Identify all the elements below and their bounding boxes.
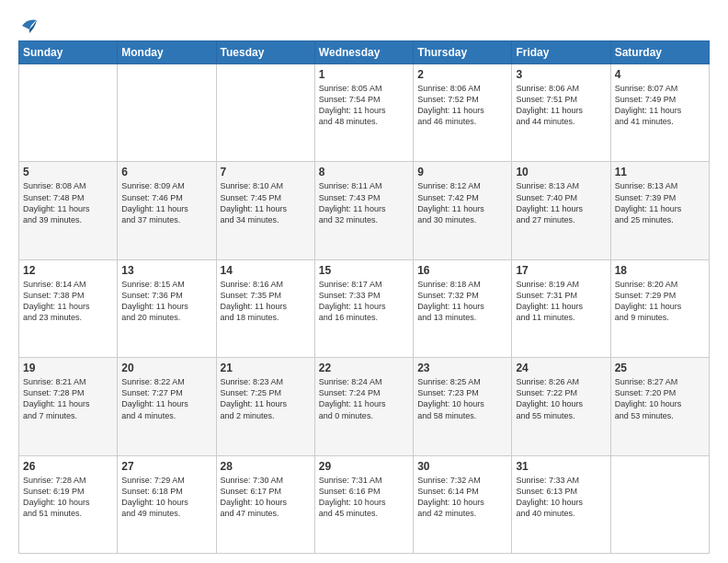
calendar-cell: 20Sunrise: 8:22 AM Sunset: 7:27 PM Dayli… [118,358,216,455]
day-number: 27 [121,460,211,473]
day-info: Sunrise: 8:18 AM Sunset: 7:32 PM Dayligh… [417,279,507,324]
calendar-cell [19,64,118,162]
calendar-cell: 17Sunrise: 8:19 AM Sunset: 7:31 PM Dayli… [512,259,610,357]
day-number: 6 [121,166,211,178]
day-number: 11 [615,166,705,178]
calendar-cell: 29Sunrise: 7:31 AM Sunset: 6:16 PM Dayli… [314,455,413,553]
calendar-cell: 18Sunrise: 8:20 AM Sunset: 7:29 PM Dayli… [610,259,709,357]
calendar-cell: 24Sunrise: 8:26 AM Sunset: 7:22 PM Dayli… [512,358,610,455]
day-info: Sunrise: 8:06 AM Sunset: 7:52 PM Dayligh… [417,83,507,128]
calendar-cell: 4Sunrise: 8:07 AM Sunset: 7:49 PM Daylig… [610,64,709,162]
day-info: Sunrise: 8:13 AM Sunset: 7:39 PM Dayligh… [615,180,705,225]
week-row-5: 26Sunrise: 7:28 AM Sunset: 6:19 PM Dayli… [19,455,710,553]
calendar-cell: 31Sunrise: 7:33 AM Sunset: 6:13 PM Dayli… [512,455,610,553]
day-number: 10 [516,166,606,178]
logo-bird-icon [20,17,39,33]
day-number: 7 [221,166,311,178]
day-number: 16 [417,264,507,277]
day-number: 31 [516,460,606,473]
calendar-cell: 25Sunrise: 8:27 AM Sunset: 7:20 PM Dayli… [610,358,709,455]
calendar-cell: 23Sunrise: 8:25 AM Sunset: 7:23 PM Dayli… [414,358,512,455]
calendar-cell: 16Sunrise: 8:18 AM Sunset: 7:32 PM Dayli… [414,259,512,357]
calendar-cell: 14Sunrise: 8:16 AM Sunset: 7:35 PM Dayli… [216,259,314,357]
day-number: 25 [615,362,705,374]
day-number: 1 [319,68,409,81]
day-number: 3 [516,68,606,81]
day-info: Sunrise: 8:07 AM Sunset: 7:49 PM Dayligh… [615,83,705,128]
day-info: Sunrise: 7:30 AM Sunset: 6:17 PM Dayligh… [221,475,311,520]
day-number: 8 [319,166,409,178]
day-number: 15 [319,264,409,277]
weekday-header-row: SundayMondayTuesdayWednesdayThursdayFrid… [19,41,710,64]
calendar-cell: 26Sunrise: 7:28 AM Sunset: 6:19 PM Dayli… [19,455,118,553]
calendar-cell: 8Sunrise: 8:11 AM Sunset: 7:43 PM Daylig… [314,162,413,259]
day-info: Sunrise: 8:27 AM Sunset: 7:20 PM Dayligh… [615,376,705,421]
calendar-cell [118,64,216,162]
day-number: 17 [516,264,606,277]
weekday-header-tuesday: Tuesday [216,41,314,64]
weekday-header-thursday: Thursday [414,41,512,64]
calendar-cell: 21Sunrise: 8:23 AM Sunset: 7:25 PM Dayli… [216,358,314,455]
day-number: 4 [615,68,705,81]
weekday-header-monday: Monday [118,41,216,64]
day-info: Sunrise: 8:23 AM Sunset: 7:25 PM Dayligh… [221,376,311,421]
calendar-cell: 13Sunrise: 8:15 AM Sunset: 7:36 PM Dayli… [118,259,216,357]
weekday-header-saturday: Saturday [610,41,709,64]
logo [18,17,39,33]
weekday-header-sunday: Sunday [19,41,118,64]
day-info: Sunrise: 7:31 AM Sunset: 6:16 PM Dayligh… [319,475,409,520]
day-info: Sunrise: 8:10 AM Sunset: 7:45 PM Dayligh… [221,180,311,225]
day-number: 13 [121,264,211,277]
calendar-cell: 7Sunrise: 8:10 AM Sunset: 7:45 PM Daylig… [216,162,314,259]
header [18,17,710,33]
day-info: Sunrise: 8:11 AM Sunset: 7:43 PM Dayligh… [319,180,409,225]
week-row-2: 5Sunrise: 8:08 AM Sunset: 7:48 PM Daylig… [19,162,710,259]
day-info: Sunrise: 8:17 AM Sunset: 7:33 PM Dayligh… [319,279,409,324]
day-number: 5 [23,166,113,178]
day-info: Sunrise: 8:22 AM Sunset: 7:27 PM Dayligh… [121,376,211,421]
day-info: Sunrise: 8:06 AM Sunset: 7:51 PM Dayligh… [516,83,606,128]
day-info: Sunrise: 8:08 AM Sunset: 7:48 PM Dayligh… [23,180,113,225]
day-info: Sunrise: 8:13 AM Sunset: 7:40 PM Dayligh… [516,180,606,225]
day-number: 9 [417,166,507,178]
calendar-cell: 2Sunrise: 8:06 AM Sunset: 7:52 PM Daylig… [414,64,512,162]
day-info: Sunrise: 8:20 AM Sunset: 7:29 PM Dayligh… [615,279,705,324]
calendar-cell [610,455,709,553]
day-number: 20 [121,362,211,374]
day-number: 30 [417,460,507,473]
day-info: Sunrise: 8:24 AM Sunset: 7:24 PM Dayligh… [319,376,409,421]
day-number: 12 [23,264,113,277]
day-info: Sunrise: 7:33 AM Sunset: 6:13 PM Dayligh… [516,475,606,520]
day-info: Sunrise: 8:26 AM Sunset: 7:22 PM Dayligh… [516,376,606,421]
day-number: 21 [221,362,311,374]
day-number: 29 [319,460,409,473]
calendar-cell: 5Sunrise: 8:08 AM Sunset: 7:48 PM Daylig… [19,162,118,259]
day-info: Sunrise: 7:28 AM Sunset: 6:19 PM Dayligh… [23,475,113,520]
day-number: 2 [417,68,507,81]
day-info: Sunrise: 8:19 AM Sunset: 7:31 PM Dayligh… [516,279,606,324]
calendar-cell: 15Sunrise: 8:17 AM Sunset: 7:33 PM Dayli… [314,259,413,357]
calendar-cell: 28Sunrise: 7:30 AM Sunset: 6:17 PM Dayli… [216,455,314,553]
day-number: 26 [23,460,113,473]
calendar-cell [216,64,314,162]
calendar-cell: 27Sunrise: 7:29 AM Sunset: 6:18 PM Dayli… [118,455,216,553]
day-info: Sunrise: 7:29 AM Sunset: 6:18 PM Dayligh… [121,475,211,520]
day-number: 14 [221,264,311,277]
day-number: 28 [221,460,311,473]
calendar-cell: 10Sunrise: 8:13 AM Sunset: 7:40 PM Dayli… [512,162,610,259]
day-number: 23 [417,362,507,374]
day-info: Sunrise: 8:25 AM Sunset: 7:23 PM Dayligh… [417,376,507,421]
day-info: Sunrise: 8:12 AM Sunset: 7:42 PM Dayligh… [417,180,507,225]
day-info: Sunrise: 7:32 AM Sunset: 6:14 PM Dayligh… [417,475,507,520]
calendar-cell: 11Sunrise: 8:13 AM Sunset: 7:39 PM Dayli… [610,162,709,259]
weekday-header-friday: Friday [512,41,610,64]
week-row-4: 19Sunrise: 8:21 AM Sunset: 7:28 PM Dayli… [19,358,710,455]
day-number: 24 [516,362,606,374]
calendar-cell: 3Sunrise: 8:06 AM Sunset: 7:51 PM Daylig… [512,64,610,162]
day-info: Sunrise: 8:14 AM Sunset: 7:38 PM Dayligh… [23,279,113,324]
day-info: Sunrise: 8:16 AM Sunset: 7:35 PM Dayligh… [221,279,311,324]
day-info: Sunrise: 8:21 AM Sunset: 7:28 PM Dayligh… [23,376,113,421]
day-info: Sunrise: 8:09 AM Sunset: 7:46 PM Dayligh… [121,180,211,225]
calendar-cell: 19Sunrise: 8:21 AM Sunset: 7:28 PM Dayli… [19,358,118,455]
day-info: Sunrise: 8:15 AM Sunset: 7:36 PM Dayligh… [121,279,211,324]
